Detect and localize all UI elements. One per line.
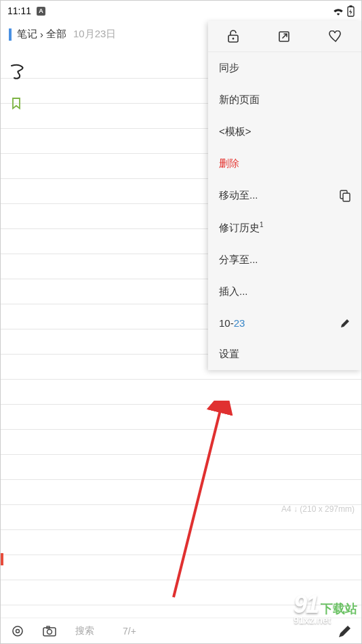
page-count[interactable]: 7/+ bbox=[123, 626, 136, 637]
copy-icon bbox=[340, 190, 350, 202]
breadcrumb-sep: › bbox=[40, 28, 43, 40]
red-accent-marker bbox=[1, 553, 3, 565]
menu-move-to-label: 移动至... bbox=[219, 189, 258, 202]
breadcrumb-accent bbox=[9, 28, 12, 41]
search-label[interactable]: 搜索 bbox=[75, 625, 94, 637]
lock-icon[interactable] bbox=[227, 30, 239, 43]
menu-date-label: 10-23 bbox=[219, 317, 245, 329]
breadcrumb-date: 10月23日 bbox=[73, 28, 116, 41]
menu-share-to-label: 分享至... bbox=[219, 254, 258, 266]
status-left: 11:11 A bbox=[7, 5, 45, 16]
svg-point-11 bbox=[47, 629, 52, 634]
bookmark-icon[interactable] bbox=[12, 98, 21, 110]
popup-menu: 同步 新的页面 <模板> 删除 移动至... 修订历史1 分享至... 插入..… bbox=[208, 21, 361, 370]
menu-sync[interactable]: 同步 bbox=[208, 52, 361, 84]
handwriting-squiggle bbox=[10, 63, 31, 82]
open-external-icon[interactable] bbox=[278, 31, 290, 43]
menu-insert[interactable]: 插入... bbox=[208, 276, 361, 308]
menu-new-page[interactable]: 新的页面 bbox=[208, 84, 361, 116]
bottom-bar: 搜索 7/+ bbox=[1, 618, 361, 643]
breadcrumb-notes: 笔记 bbox=[17, 28, 37, 41]
battery-icon bbox=[347, 5, 355, 17]
popup-icon-row bbox=[208, 21, 361, 52]
menu-delete-label: 删除 bbox=[219, 157, 239, 170]
menu-move-to[interactable]: 移动至... bbox=[208, 180, 361, 212]
heart-icon[interactable] bbox=[329, 31, 342, 43]
svg-point-9 bbox=[16, 629, 20, 632]
menu-date[interactable]: 10-23 bbox=[208, 308, 361, 338]
svg-point-8 bbox=[13, 626, 22, 636]
menu-insert-label: 插入... bbox=[219, 285, 248, 298]
status-bar: 11:11 A bbox=[1, 1, 361, 21]
menu-delete[interactable]: 删除 bbox=[208, 148, 361, 180]
menu-settings[interactable]: 设置 bbox=[208, 338, 361, 370]
menu-sync-label: 同步 bbox=[219, 62, 239, 75]
menu-settings-label: 设置 bbox=[219, 348, 239, 361]
menu-share-to[interactable]: 分享至... bbox=[208, 244, 361, 276]
menu-template[interactable]: <模板> bbox=[208, 116, 361, 148]
breadcrumb-all: 全部 bbox=[46, 28, 66, 41]
status-right bbox=[332, 5, 355, 17]
wifi-icon bbox=[332, 6, 344, 16]
svg-rect-6 bbox=[343, 193, 350, 201]
menu-history[interactable]: 修订历史1 bbox=[208, 212, 361, 244]
menu-template-label: <模板> bbox=[219, 125, 252, 138]
edit-pencil-icon[interactable] bbox=[337, 624, 352, 639]
svg-rect-1 bbox=[350, 5, 353, 7]
status-time: 11:11 bbox=[7, 5, 31, 16]
menu-new-page-label: 新的页面 bbox=[219, 94, 260, 106]
page-size-label: A4 ↓ (210 x 297mm) bbox=[281, 504, 355, 514]
pencil-icon bbox=[340, 318, 350, 329]
status-a-icon: A bbox=[37, 7, 45, 16]
camera-icon[interactable] bbox=[43, 626, 56, 637]
circle-icon[interactable] bbox=[12, 625, 24, 637]
svg-point-3 bbox=[233, 37, 235, 39]
menu-history-label: 修订历史1 bbox=[219, 221, 264, 235]
